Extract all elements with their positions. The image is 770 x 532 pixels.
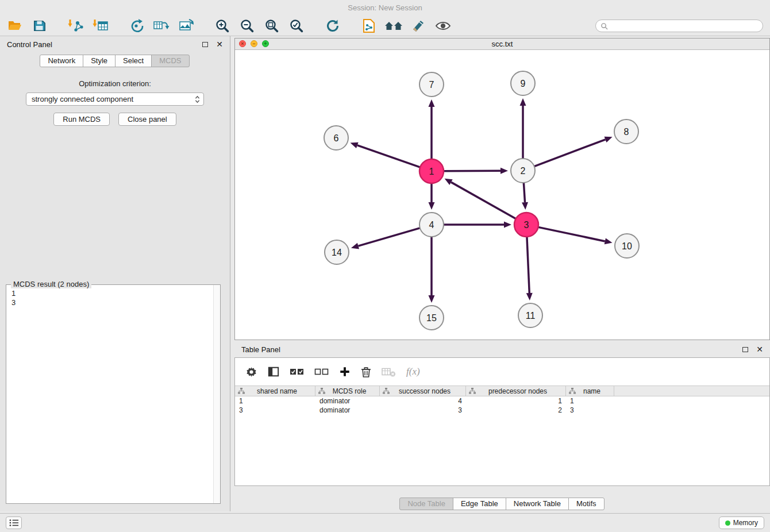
tab-edge-table[interactable]: Edge Table (453, 498, 506, 510)
float-panel-icon[interactable] (202, 42, 208, 47)
show-hide-button[interactable] (434, 17, 452, 34)
traffic-lights: × − + (239, 40, 269, 47)
tab-node-table[interactable]: Node Table (399, 498, 453, 510)
memory-status-icon (725, 521, 730, 526)
node-table-container: f(x) shared name MCDS role (234, 357, 770, 486)
status-bar: Memory (0, 513, 770, 532)
zoom-selected-button[interactable] (287, 17, 306, 34)
zoom-in-button[interactable] (213, 17, 232, 34)
open-folder-icon (7, 18, 22, 33)
close-panel-icon[interactable]: ✕ (216, 40, 223, 48)
import-network-button[interactable] (67, 17, 85, 34)
trash-icon (361, 366, 371, 378)
network-snapshot-button[interactable] (360, 17, 378, 34)
cell-successor-nodes: 4 (380, 397, 466, 405)
cell-predecessor-nodes: 2 (466, 406, 566, 414)
graph-arrowhead-2-9 (520, 98, 526, 106)
maximize-window-icon[interactable]: + (262, 40, 269, 47)
graph-edge-2-8[interactable] (534, 140, 606, 167)
delete-table-icon (382, 367, 396, 377)
column-header-name[interactable]: name (566, 386, 614, 396)
run-mcds-button[interactable]: Run MCDS (53, 113, 110, 126)
memory-button[interactable]: Memory (719, 516, 764, 529)
graph-node-label-15: 15 (426, 313, 437, 323)
style-paint-button[interactable] (409, 17, 428, 34)
optimization-criterion-label: Optimization criterion: (0, 79, 230, 88)
close-window-icon[interactable]: × (239, 40, 246, 47)
network-graph-canvas[interactable]: 7968124314101511 (235, 50, 769, 340)
table-row[interactable]: 1 dominator 4 1 1 (235, 396, 769, 406)
network-from-table-button[interactable] (152, 17, 171, 34)
document-network-icon (362, 18, 376, 33)
zoom-fit-button[interactable] (263, 17, 281, 34)
graph-arrowhead-2-3 (522, 202, 528, 210)
column-header-shared-name[interactable]: shared name (235, 386, 315, 396)
task-history-button[interactable] (6, 516, 22, 529)
graph-edge-4-14[interactable] (358, 228, 419, 246)
memory-label: Memory (733, 519, 758, 527)
graph-arrowhead-1-6 (351, 142, 359, 148)
network-window-titlebar: × − + scc.txt (235, 38, 769, 50)
select-all-button[interactable] (290, 367, 304, 377)
table-panel-tabs: Node Table Edge Table Network Table Moti… (234, 498, 770, 510)
refresh-layout-button[interactable] (324, 17, 342, 34)
float-panel-icon[interactable] (742, 347, 748, 352)
import-table-button[interactable] (91, 17, 110, 34)
tab-network[interactable]: Network (40, 55, 83, 67)
cell-name: 1 (566, 397, 614, 405)
add-column-button[interactable] (339, 366, 351, 377)
graph-edge-3-10[interactable] (538, 227, 605, 241)
new-network-button[interactable] (128, 17, 146, 34)
tab-motifs[interactable]: Motifs (568, 498, 605, 510)
table-row[interactable]: 3 dominator 3 2 3 (235, 406, 769, 415)
table-settings-button[interactable] (245, 366, 257, 378)
graph-edge-3-11[interactable] (527, 237, 529, 293)
graph-edge-1-6[interactable] (357, 145, 420, 167)
export-image-button[interactable] (177, 17, 195, 34)
mcds-result-title: MCDS result (2 nodes) (11, 280, 91, 288)
import-table-icon (93, 18, 109, 33)
graph-edge-2-3[interactable] (523, 183, 525, 202)
cell-mcds-role: dominator (315, 397, 380, 405)
gear-icon (245, 366, 257, 378)
graph-edge-3-1[interactable] (451, 182, 516, 219)
delete-column-button[interactable] (361, 366, 371, 378)
graph-node-label-3: 3 (524, 220, 529, 230)
open-session-button[interactable] (6, 17, 24, 34)
criterion-dropdown[interactable]: strongly connected component (26, 92, 204, 106)
tab-network-table[interactable]: Network Table (506, 498, 569, 510)
graph-node-label-7: 7 (429, 80, 434, 90)
minimize-window-icon[interactable]: − (251, 40, 257, 47)
eye-icon (435, 18, 451, 33)
show-columns-button[interactable] (268, 366, 279, 377)
delete-table-button-disabled (382, 367, 396, 377)
column-header-successor-nodes[interactable]: successor nodes (380, 386, 466, 396)
column-type-icon (569, 388, 576, 394)
graph-edge-1-2[interactable] (444, 171, 500, 171)
graph-arrowhead-1-4 (429, 202, 435, 210)
deselect-all-button[interactable] (314, 367, 329, 377)
deselect-all-icon (314, 367, 329, 377)
tab-mcds[interactable]: MCDS (151, 55, 189, 67)
graph-node-label-9: 9 (521, 79, 526, 88)
column-header-predecessor-nodes[interactable]: predecessor nodes (466, 386, 566, 396)
result-scrollbar[interactable] (213, 285, 220, 503)
zoom-out-button[interactable] (238, 17, 256, 34)
close-panel-button[interactable]: Close panel (118, 113, 176, 126)
cell-mcds-role: dominator (315, 406, 380, 414)
task-list-icon (9, 519, 19, 527)
control-panel: Control Panel ✕ Network Style Select MCD… (0, 36, 230, 511)
tab-style[interactable]: Style (83, 55, 116, 67)
close-panel-icon[interactable]: ✕ (756, 345, 763, 353)
save-session-button[interactable] (30, 17, 49, 34)
column-header-mcds-role[interactable]: MCDS role (315, 386, 380, 396)
search-box[interactable] (595, 20, 763, 32)
function-builder-button[interactable]: f(x) (406, 366, 420, 377)
search-input[interactable] (611, 22, 763, 30)
first-neighbors-button[interactable] (384, 17, 403, 34)
control-panel-title: Control Panel (7, 40, 202, 49)
tab-select[interactable]: Select (115, 55, 152, 67)
control-panel-header: Control Panel ✕ (0, 36, 230, 52)
table-panel-header: Table Panel ✕ (234, 342, 770, 356)
criterion-value: strongly connected component (32, 95, 195, 103)
